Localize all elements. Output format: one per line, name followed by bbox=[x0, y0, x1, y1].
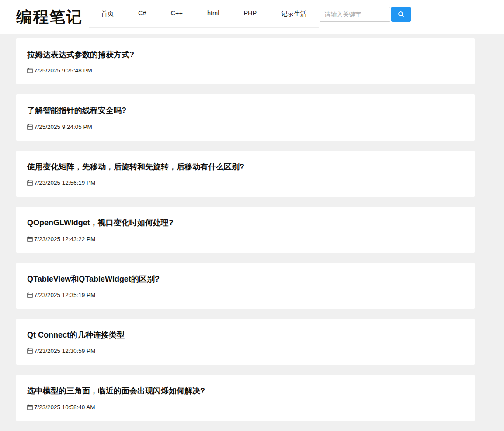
post-date-text: 7/23/2025 12:30:59 PM bbox=[34, 348, 95, 354]
nav-item-csharp[interactable]: C# bbox=[126, 10, 159, 18]
nav-item-life[interactable]: 记录生活 bbox=[269, 10, 319, 18]
post-card: 拉姆达表达式参数的捕获方式? 7/25/2025 9:25:48 PM bbox=[16, 38, 475, 84]
post-title[interactable]: 了解智能指针的线程安全吗? bbox=[27, 106, 464, 116]
header: 编程笔记 首页 C# C++ html PHP 记录生活 bbox=[0, 0, 504, 34]
post-date: 7/25/2025 9:24:05 PM bbox=[27, 124, 464, 130]
post-list: 拉姆达表达式参数的捕获方式? 7/25/2025 9:25:48 PM 了解智能… bbox=[0, 34, 504, 431]
post-date: 7/23/2025 12:56:19 PM bbox=[27, 179, 464, 186]
calendar-icon bbox=[27, 292, 33, 298]
post-date: 7/25/2025 9:25:48 PM bbox=[27, 67, 464, 74]
calendar-icon bbox=[27, 68, 33, 73]
search-icon bbox=[398, 11, 405, 18]
main-nav: 首页 C# C++ html PHP 记录生活 bbox=[89, 0, 319, 28]
post-card: Qt Connect的几种连接类型 7/23/2025 12:30:59 PM bbox=[16, 319, 475, 365]
nav-item-php[interactable]: PHP bbox=[231, 10, 269, 18]
post-title[interactable]: 拉姆达表达式参数的捕获方式? bbox=[27, 50, 464, 60]
post-card: QTableView和QTableWidget的区别? 7/23/2025 12… bbox=[16, 263, 475, 309]
calendar-icon bbox=[27, 236, 33, 242]
post-date: 7/23/2025 10:58:40 AM bbox=[27, 404, 464, 410]
nav-item-cpp[interactable]: C++ bbox=[159, 10, 195, 18]
post-date-text: 7/23/2025 12:43:22 PM bbox=[34, 236, 95, 242]
post-date-text: 7/23/2025 10:58:40 AM bbox=[34, 404, 95, 410]
post-title[interactable]: 使用变化矩阵，先移动，后旋转和先旋转，后移动有什么区别? bbox=[27, 162, 464, 172]
search-button[interactable] bbox=[391, 7, 411, 22]
post-date-text: 7/23/2025 12:35:19 PM bbox=[34, 292, 95, 298]
calendar-icon bbox=[27, 404, 33, 410]
post-title[interactable]: Qt Connect的几种连接类型 bbox=[27, 330, 464, 340]
post-title[interactable]: 选中模型的三角面，临近的面会出现闪烁如何解决? bbox=[27, 386, 464, 396]
post-date-text: 7/25/2025 9:25:48 PM bbox=[34, 67, 92, 74]
post-title[interactable]: QTableView和QTableWidget的区别? bbox=[27, 274, 464, 284]
post-card: 使用变化矩阵，先移动，后旋转和先旋转，后移动有什么区别? 7/23/2025 1… bbox=[16, 151, 475, 197]
post-date: 7/23/2025 12:43:22 PM bbox=[27, 236, 464, 242]
post-date: 7/23/2025 12:35:19 PM bbox=[27, 292, 464, 298]
post-date-text: 7/23/2025 12:56:19 PM bbox=[34, 179, 95, 186]
post-card: QOpenGLWidget，视口变化时如何处理? 7/23/2025 12:43… bbox=[16, 207, 475, 252]
search-box bbox=[320, 7, 411, 22]
search-input[interactable] bbox=[320, 7, 390, 22]
calendar-icon bbox=[27, 124, 33, 130]
calendar-icon bbox=[27, 348, 33, 354]
post-card: 选中模型的三角面，临近的面会出现闪烁如何解决? 7/23/2025 10:58:… bbox=[16, 375, 475, 421]
post-card: 了解智能指针的线程安全吗? 7/25/2025 9:24:05 PM bbox=[16, 94, 475, 140]
post-date-text: 7/25/2025 9:24:05 PM bbox=[34, 124, 92, 130]
calendar-icon bbox=[27, 180, 33, 186]
nav-item-home[interactable]: 首页 bbox=[89, 10, 126, 18]
nav-item-html[interactable]: html bbox=[195, 10, 231, 18]
post-date: 7/23/2025 12:30:59 PM bbox=[27, 348, 464, 354]
site-logo[interactable]: 编程笔记 bbox=[16, 7, 83, 28]
post-title[interactable]: QOpenGLWidget，视口变化时如何处理? bbox=[27, 218, 464, 228]
